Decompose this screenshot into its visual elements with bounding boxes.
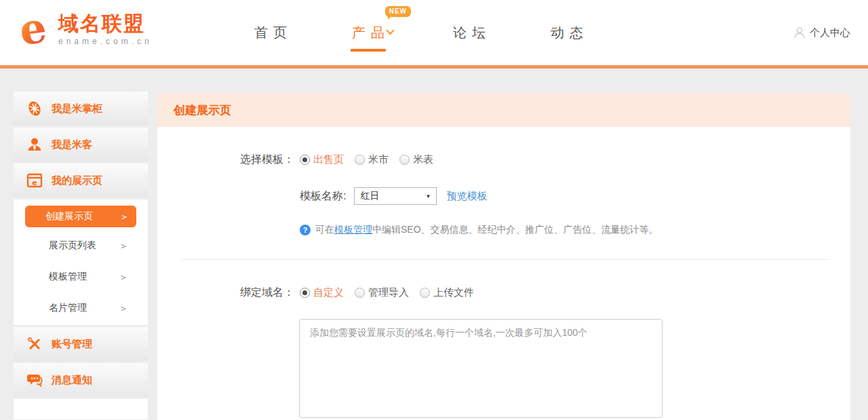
help-icon: ? bbox=[300, 225, 311, 235]
bind-domain-label: 绑定域名： bbox=[157, 286, 294, 300]
sidebar-item-label: 我是米客 bbox=[52, 138, 92, 151]
submenu-item-label: 创建展示页 bbox=[45, 210, 93, 223]
template-name-select[interactable]: 红日 ▼ bbox=[354, 187, 437, 205]
radio-unchecked-icon bbox=[355, 288, 365, 298]
template-type-radio-group: 出售页 米市 米表 bbox=[300, 153, 433, 166]
submenu-item-create-showcase[interactable]: 创建展示页 > bbox=[25, 206, 136, 227]
nav-forum[interactable]: 论坛 bbox=[453, 24, 491, 42]
brand-domain: ename.com.cn bbox=[58, 37, 153, 46]
browser-e-icon: e bbox=[26, 172, 43, 189]
person-badge-icon bbox=[26, 136, 43, 153]
nav-products[interactable]: NEW 产品 bbox=[352, 24, 393, 42]
main-nav: 首页 NEW 产品 论坛 动态 bbox=[254, 0, 589, 65]
sidebar-item-label: 消息通知 bbox=[52, 374, 92, 387]
template-name-value: 红日 bbox=[360, 190, 379, 202]
sidebar-submenu: 创建展示页 > 展示页列表 > 模板管理 > 名片管理 > bbox=[14, 199, 148, 325]
sidebar-footer-panel bbox=[14, 399, 148, 419]
sidebar-item-mi-guest[interactable]: 我是米客 bbox=[14, 128, 148, 161]
top-header: e 域名联盟 ename.com.cn 首页 NEW 产品 论坛 动态 个人中心 bbox=[0, 0, 868, 65]
help-text: 可在模板管理中编辑SEO、交易信息、经纪中介、推广位、广告位、流量统计等。 bbox=[315, 224, 658, 236]
user-center-label: 个人中心 bbox=[810, 26, 850, 39]
template-manage-link[interactable]: 模板管理 bbox=[334, 224, 372, 235]
sidebar-item-label: 账号管理 bbox=[52, 338, 92, 351]
nav-active-underline bbox=[351, 49, 386, 52]
submenu-item-card-manage[interactable]: 名片管理 > bbox=[14, 292, 148, 324]
radio-mi-table[interactable]: 米表 bbox=[399, 153, 433, 166]
submenu-item-template-manage[interactable]: 模板管理 > bbox=[14, 261, 148, 292]
radio-checked-icon bbox=[300, 155, 310, 165]
radio-unchecked-icon bbox=[399, 155, 410, 165]
user-center-link[interactable]: 个人中心 bbox=[793, 0, 850, 65]
sidebar-item-mi-shopkeeper[interactable]: 我是米掌柜 bbox=[14, 92, 148, 126]
submenu-item-label: 名片管理 bbox=[49, 302, 87, 314]
tools-icon bbox=[26, 335, 43, 353]
chevron-right-icon: > bbox=[121, 241, 126, 251]
page-title: 创建展示页 bbox=[174, 102, 231, 118]
chevron-right-icon: > bbox=[121, 303, 126, 313]
template-type-row: 选择模板： 出售页 米市 米表 bbox=[157, 153, 850, 167]
sidebar-item-account-manage[interactable]: 账号管理 bbox=[14, 327, 148, 361]
radio-checked-icon bbox=[300, 288, 310, 298]
submenu-item-label: 展示页列表 bbox=[49, 240, 96, 252]
chevron-right-icon: > bbox=[121, 272, 126, 282]
sidebar: 我是米掌柜 我是米客 e 我的展示页 创建展示页 > 展示页列表 > bbox=[14, 92, 148, 419]
preview-template-link[interactable]: 预览模板 bbox=[446, 190, 487, 203]
select-arrow-icon: ▼ bbox=[426, 193, 431, 199]
template-name-label: 模板名称: bbox=[300, 189, 346, 204]
template-help-row: ? 可在模板管理中编辑SEO、交易信息、经纪中介、推广位、广告位、流量统计等。 bbox=[157, 224, 850, 236]
bind-domain-radio-group: 自定义 管理导入 上传文件 bbox=[300, 286, 474, 299]
page: e 域名联盟 ename.com.cn 首页 NEW 产品 论坛 动态 个人中心 bbox=[0, 0, 868, 420]
sidebar-item-notifications[interactable]: 消息通知 bbox=[14, 363, 148, 397]
radio-sale-page[interactable]: 出售页 bbox=[300, 153, 344, 166]
template-type-label: 选择模板： bbox=[157, 153, 294, 167]
chevron-right-icon: > bbox=[121, 212, 127, 222]
radio-unchecked-icon bbox=[355, 155, 365, 165]
page-title-bar: 创建展示页 bbox=[157, 93, 850, 127]
radio-manage-import[interactable]: 管理导入 bbox=[355, 286, 409, 299]
main-content: 创建展示页 选择模板： 出售页 米市 米表 bbox=[157, 93, 850, 420]
radio-upload-file[interactable]: 上传文件 bbox=[420, 286, 474, 299]
template-name-row: 模板名称: 红日 ▼ 预览模板 bbox=[157, 187, 850, 205]
new-badge: NEW bbox=[385, 6, 411, 17]
domain-textarea-row bbox=[157, 319, 850, 420]
brand-name: 域名联盟 bbox=[58, 12, 153, 35]
sidebar-item-label: 我的展示页 bbox=[52, 174, 102, 187]
mi-coin-icon bbox=[26, 100, 43, 117]
create-showcase-form: 选择模板： 出售页 米市 米表 模板 bbox=[157, 127, 850, 420]
chat-bubbles-icon bbox=[26, 371, 43, 389]
person-icon bbox=[793, 26, 806, 39]
sidebar-item-my-showcase[interactable]: e 我的展示页 bbox=[14, 164, 148, 197]
header-accent-bar bbox=[0, 65, 868, 69]
section-divider bbox=[182, 259, 830, 260]
submenu-item-label: 模板管理 bbox=[49, 271, 87, 283]
domain-list-textarea[interactable] bbox=[299, 319, 663, 418]
bind-domain-row: 绑定域名： 自定义 管理导入 上传文件 bbox=[157, 286, 850, 300]
radio-custom[interactable]: 自定义 bbox=[300, 286, 344, 299]
radio-unchecked-icon bbox=[420, 288, 430, 298]
radio-mi-market[interactable]: 米市 bbox=[355, 153, 389, 166]
sidebar-item-label: 我是米掌柜 bbox=[52, 102, 102, 115]
svg-text:e: e bbox=[32, 178, 37, 187]
nav-products-label: 产品 bbox=[352, 25, 390, 40]
nav-home[interactable]: 首页 bbox=[254, 24, 292, 42]
logo-icon: e bbox=[12, 5, 54, 53]
nav-news[interactable]: 动态 bbox=[551, 24, 589, 42]
logo[interactable]: e 域名联盟 ename.com.cn bbox=[12, 5, 153, 53]
submenu-item-showcase-list[interactable]: 展示页列表 > bbox=[14, 230, 148, 261]
